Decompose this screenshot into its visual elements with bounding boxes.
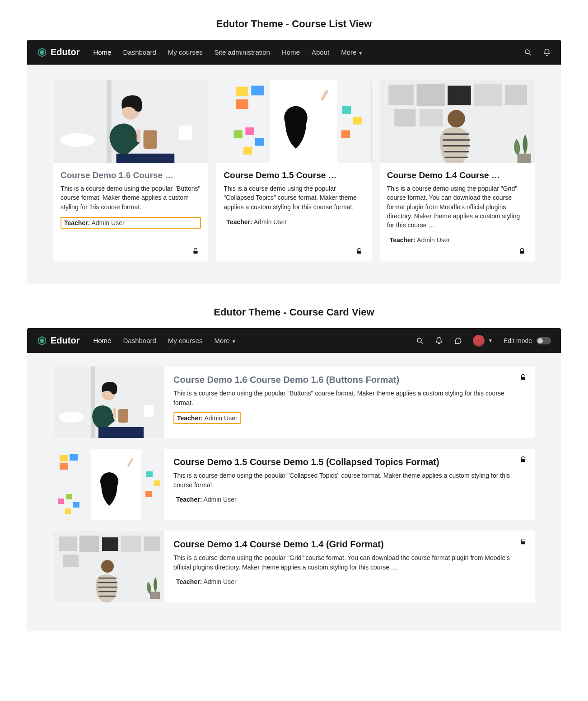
teacher-name: Admin User	[91, 219, 124, 226]
teacher-line: Teacher: Admin User	[173, 577, 239, 587]
teacher-line: Teacher: Admin User	[224, 217, 364, 227]
nav-items: Home Dashboard My courses More▼	[93, 337, 236, 344]
course-card[interactable]: Course Demo 1.5 Course … This is a cours…	[216, 80, 371, 261]
brand-logo[interactable]: Edutor	[37, 335, 79, 346]
teacher-name: Admin User	[204, 414, 237, 422]
svg-rect-53	[113, 408, 116, 418]
svg-rect-21	[243, 147, 252, 155]
screenshot-list-view: Edutor Home Dashboard My courses Site ad…	[27, 40, 561, 284]
svg-rect-56	[521, 377, 525, 380]
course-card[interactable]: Course Demo 1.4 Course … This is a cours…	[380, 80, 535, 261]
course-image	[53, 80, 208, 163]
svg-rect-66	[146, 471, 153, 477]
svg-rect-54	[144, 405, 154, 417]
course-image	[380, 80, 535, 163]
nav-siteadmin[interactable]: Site administration	[215, 48, 270, 56]
course-row[interactable]: Course Demo 1.6 Course Demo 1.6 (Buttons…	[53, 367, 535, 438]
course-title: Course Demo 1.4 Course Demo 1.4 (Grid Fo…	[173, 539, 526, 550]
nav-more[interactable]: More▼	[215, 337, 236, 344]
svg-rect-43	[520, 251, 524, 254]
svg-point-42	[448, 110, 465, 127]
course-title: Course Demo 1.5 Course Demo 1.5 (Collaps…	[173, 457, 526, 467]
navbar: Edutor Home Dashboard My courses Site ad…	[27, 40, 561, 65]
avatar	[473, 335, 485, 347]
svg-rect-8	[144, 130, 157, 149]
course-grid: Course Demo 1.6 Course … This is a cours…	[53, 80, 535, 261]
teacher-label: Teacher:	[176, 578, 202, 585]
svg-rect-86	[521, 541, 525, 545]
course-row[interactable]: Course Demo 1.5 Course Demo 1.5 (Collaps…	[53, 449, 535, 520]
svg-rect-67	[154, 480, 160, 486]
svg-point-6	[60, 133, 95, 147]
teacher-label: Teacher:	[177, 414, 203, 422]
unlock-icon	[519, 374, 527, 381]
course-card[interactable]: Course Demo 1.6 Course … This is a cours…	[53, 80, 208, 261]
svg-rect-12	[194, 251, 198, 254]
course-description: This is a course demo using the popular …	[173, 471, 526, 490]
brand-logo[interactable]: Edutor	[37, 47, 79, 57]
teacher-name: Admin User	[203, 496, 236, 503]
svg-rect-60	[70, 454, 78, 461]
course-title: Course Demo 1.5 Course …	[224, 170, 364, 180]
svg-rect-62	[58, 499, 64, 504]
svg-rect-9	[137, 129, 141, 142]
user-menu[interactable]: ▼	[473, 335, 493, 347]
bell-icon[interactable]	[435, 337, 443, 345]
svg-rect-20	[255, 138, 264, 146]
svg-rect-11	[116, 154, 174, 163]
nav-dashboard[interactable]: Dashboard	[123, 337, 156, 344]
course-list-area: Course Demo 1.6 Course Demo 1.6 (Buttons…	[27, 353, 561, 631]
nav-home[interactable]: Home	[93, 337, 111, 344]
svg-rect-68	[145, 491, 152, 497]
course-row[interactable]: Course Demo 1.4 Course Demo 1.4 (Grid Fo…	[53, 531, 535, 602]
svg-marker-45	[40, 338, 44, 343]
course-description: This is a course demo using the popular …	[173, 553, 526, 572]
course-image	[53, 531, 164, 602]
search-icon[interactable]	[524, 48, 532, 56]
svg-rect-17	[236, 99, 248, 109]
bell-icon[interactable]	[543, 48, 551, 56]
teacher-label: Teacher:	[176, 496, 202, 503]
nav-mycourses[interactable]: My courses	[168, 337, 203, 344]
teacher-name: Admin User	[417, 236, 450, 244]
nav-home[interactable]: Home	[93, 48, 111, 56]
nav-items: Home Dashboard My courses Site administr…	[93, 48, 363, 56]
svg-rect-63	[66, 494, 72, 499]
teacher-label: Teacher:	[390, 236, 415, 244]
edit-mode-toggle[interactable]	[537, 337, 551, 344]
teacher-name: Admin User	[203, 578, 236, 585]
svg-rect-71	[521, 459, 525, 462]
course-description: This is a course demo using the popular …	[61, 184, 201, 212]
course-title: Course Demo 1.4 Course …	[387, 170, 527, 180]
course-grid-area: Course Demo 1.6 Course … This is a cours…	[27, 65, 561, 284]
svg-marker-1	[40, 50, 44, 55]
svg-rect-18	[234, 130, 243, 138]
course-title: Course Demo 1.6 Course …	[61, 170, 201, 180]
svg-rect-65	[65, 508, 71, 514]
edit-mode-label: Edit mode	[504, 337, 532, 344]
brand-name: Edutor	[51, 47, 79, 57]
svg-rect-55	[98, 427, 144, 438]
svg-line-3	[529, 53, 531, 55]
svg-rect-23	[353, 117, 362, 124]
course-description: This is a course demo using the popular …	[224, 184, 364, 212]
nav-home-2[interactable]: Home	[282, 48, 300, 56]
svg-rect-19	[246, 127, 254, 135]
nav-about[interactable]: About	[312, 48, 329, 56]
brand-hex-icon	[37, 47, 47, 57]
svg-rect-35	[420, 109, 443, 127]
nav-more[interactable]: More▼	[341, 48, 363, 56]
svg-rect-49	[91, 367, 95, 438]
nav-dashboard[interactable]: Dashboard	[123, 48, 156, 56]
unlock-icon	[519, 538, 527, 546]
course-title: Course Demo 1.6 Course Demo 1.6 (Buttons…	[173, 375, 526, 385]
nav-mycourses[interactable]: My courses	[168, 48, 203, 56]
svg-rect-30	[416, 84, 444, 106]
chat-icon[interactable]	[454, 337, 462, 345]
svg-rect-79	[150, 592, 160, 599]
svg-rect-59	[60, 455, 68, 461]
search-icon[interactable]	[416, 337, 424, 345]
svg-rect-76	[121, 536, 141, 552]
svg-rect-75	[102, 537, 118, 551]
svg-rect-31	[448, 86, 471, 105]
